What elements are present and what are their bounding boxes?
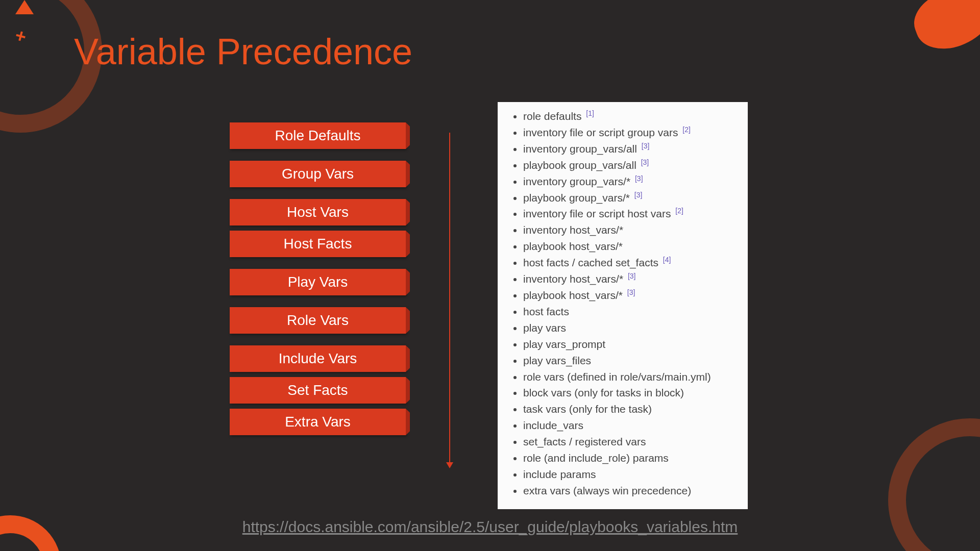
page-title: Variable Precedence xyxy=(74,31,412,72)
list-item-text: extra vars (always win precedence) xyxy=(523,485,691,496)
list-item: host facts xyxy=(523,304,735,320)
box-group-vars: Group Vars xyxy=(230,161,406,187)
precedence-list-panel: role defaults [1]inventory file or scrip… xyxy=(498,102,748,509)
decorative-blob-icon xyxy=(906,0,980,58)
box-label: Play Vars xyxy=(288,274,348,290)
list-item-text: inventory host_vars/* xyxy=(523,273,626,285)
footnote-ref: [3] xyxy=(635,174,643,183)
box-label: Set Facts xyxy=(287,382,348,398)
list-item: set_facts / registered vars xyxy=(523,434,735,450)
box-label: Extra Vars xyxy=(285,414,351,430)
list-item-text: host facts xyxy=(523,306,569,317)
decorative-circle-right xyxy=(888,418,980,551)
list-item-text: task vars (only for the task) xyxy=(523,403,652,415)
list-item-text: role (and include_role) params xyxy=(523,452,669,464)
list-item: play vars xyxy=(523,320,735,336)
box-extra-vars: Extra Vars xyxy=(230,409,406,435)
footnote-ref: [3] xyxy=(642,142,650,150)
list-item-text: include params xyxy=(523,468,596,480)
list-item: inventory group_vars/* [3] xyxy=(523,173,735,190)
list-item: inventory group_vars/all [3] xyxy=(523,141,735,157)
list-item: playbook group_vars/* [3] xyxy=(523,190,735,206)
footnote-ref: [3] xyxy=(628,272,636,280)
list-item: inventory host_vars/* [3] xyxy=(523,271,735,287)
list-item-text: host facts / cached set_facts xyxy=(523,257,662,268)
list-item-text: play vars_prompt xyxy=(523,338,605,350)
box-play-vars: Play Vars xyxy=(230,269,406,295)
list-item: play vars_files xyxy=(523,353,735,369)
footnote-ref: [4] xyxy=(663,256,671,264)
list-item: playbook host_vars/* [3] xyxy=(523,287,735,304)
list-item: role vars (defined in role/vars/main.yml… xyxy=(523,369,735,385)
footnote-ref: [2] xyxy=(675,207,683,215)
list-item: inventory file or script host vars [2] xyxy=(523,206,735,222)
list-item: inventory file or script group vars [2] xyxy=(523,124,735,141)
box-label: Role Vars xyxy=(287,312,349,329)
decorative-circle-bottom xyxy=(0,515,61,551)
list-item-text: role vars (defined in role/vars/main.yml… xyxy=(523,371,711,383)
box-host-vars: Host Vars xyxy=(230,199,406,226)
box-set-facts: Set Facts xyxy=(230,377,406,404)
footnote-ref: [1] xyxy=(586,109,594,117)
list-item-text: playbook group_vars/* xyxy=(523,192,633,204)
footnote-ref: [3] xyxy=(634,191,643,199)
list-item-text: set_facts / registered vars xyxy=(523,436,646,447)
list-item-text: playbook host_vars/* xyxy=(523,289,626,301)
list-item-text: block vars (only for tasks in block) xyxy=(523,387,684,398)
list-item-text: playbook host_vars/* xyxy=(523,240,623,252)
list-item: play vars_prompt xyxy=(523,336,735,353)
footnote-ref: [3] xyxy=(627,288,635,296)
list-item-text: play vars_files xyxy=(523,355,591,366)
list-item-text: role defaults xyxy=(523,110,584,122)
list-item: include_vars xyxy=(523,417,735,434)
footnote-ref: [2] xyxy=(682,126,691,134)
box-host-facts: Host Facts xyxy=(230,231,406,257)
list-item: include params xyxy=(523,466,735,483)
box-label: Include Vars xyxy=(279,350,357,367)
list-item-text: inventory group_vars/* xyxy=(523,176,633,187)
list-item-text: playbook group_vars/all xyxy=(523,159,640,171)
box-include-vars: Include Vars xyxy=(230,345,406,372)
list-item: task vars (only for the task) xyxy=(523,401,735,417)
list-item-text: include_vars xyxy=(523,419,583,431)
list-item-text: inventory file or script host vars xyxy=(523,208,674,219)
list-item: inventory host_vars/* xyxy=(523,222,735,238)
box-role-vars: Role Vars xyxy=(230,307,406,334)
box-label: Host Vars xyxy=(287,204,349,220)
list-item: host facts / cached set_facts [4] xyxy=(523,255,735,271)
list-item: role (and include_role) params xyxy=(523,450,735,466)
precedence-list: role defaults [1]inventory file or scrip… xyxy=(510,108,735,499)
box-role-defaults: Role Defaults xyxy=(230,122,406,149)
box-label: Group Vars xyxy=(282,166,354,182)
list-item-text: inventory host_vars/* xyxy=(523,224,623,236)
list-item: role defaults [1] xyxy=(523,108,735,124)
footnote-ref: [3] xyxy=(641,158,649,166)
list-item-text: play vars xyxy=(523,322,566,334)
list-item: extra vars (always win precedence) xyxy=(523,483,735,499)
precedence-arrow-icon xyxy=(449,133,450,464)
decorative-triangle-icon xyxy=(15,0,34,14)
precedence-boxes: Role Defaults Group Vars Host Vars Host … xyxy=(230,122,406,435)
list-item-text: inventory file or script group vars xyxy=(523,127,681,138)
list-item: playbook group_vars/all [3] xyxy=(523,157,735,173)
list-item: playbook host_vars/* xyxy=(523,238,735,255)
list-item: block vars (only for tasks in block) xyxy=(523,385,735,401)
docs-link[interactable]: https://docs.ansible.com/ansible/2.5/use… xyxy=(242,518,738,536)
box-label: Role Defaults xyxy=(275,128,360,144)
box-label: Host Facts xyxy=(284,236,352,252)
list-item-text: inventory group_vars/all xyxy=(523,143,640,155)
